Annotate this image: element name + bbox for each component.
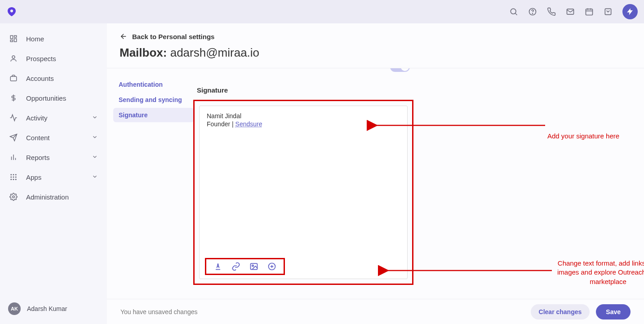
note-icon[interactable] [604,7,613,16]
nav-administration[interactable]: Administration [0,187,107,207]
activity-icon [9,113,18,122]
svg-point-27 [15,177,17,178]
clear-changes-button[interactable]: Clear changes [531,304,590,320]
mail-icon[interactable] [566,7,575,16]
signature-heading: Signature [197,86,228,94]
svg-point-22 [10,174,12,175]
image-button[interactable] [249,262,259,271]
svg-point-30 [15,179,17,180]
title-prefix: Mailbox: [120,46,167,59]
arrow-left-icon [120,32,128,40]
topbar [0,0,644,23]
svg-line-1 [515,13,517,15]
help-icon[interactable] [528,7,537,16]
content-column: Signature Namit Jindal Founder | Sendsur… [197,68,644,297]
back-link[interactable]: Back to Personal settings [120,32,631,40]
footer-bar: You have unsaved changes Clear changes S… [107,299,644,324]
editor-toolbar-highlight [205,258,285,275]
bars-icon [9,153,18,162]
dollar-icon [9,93,18,102]
chevron-down-icon [92,134,98,142]
main-body: Authentication Sending and syncing Signa… [107,68,644,324]
svg-rect-12 [14,39,17,42]
nav-reports[interactable]: Reports [0,147,107,167]
svg-point-24 [15,174,17,175]
person-icon [9,54,18,63]
svg-point-3 [533,13,533,14]
add-button[interactable] [267,262,277,271]
send-icon [9,133,18,142]
svg-point-23 [13,174,14,175]
nav-home[interactable]: Home [0,29,107,49]
subnav-authentication[interactable]: Authentication [113,77,194,92]
nav-activity[interactable]: Activity [0,108,107,128]
briefcase-icon [9,74,18,83]
nav-label: Apps [26,173,41,181]
link-button[interactable] [231,262,241,271]
user-name: Adarsh Kumar [27,305,67,312]
svg-point-34 [252,265,253,266]
svg-point-29 [13,179,14,180]
settings-subnav: Authentication Sending and syncing Signa… [113,77,194,123]
sidebar: Home Prospects Accounts Opportunities Ac… [0,23,107,324]
mailbox-email: adarsh@miraa.io [170,46,259,59]
signature-line-1: Namit Jindal [207,112,400,120]
svg-rect-11 [14,36,17,37]
sig-company-link[interactable]: Sendsure [235,120,262,128]
chevron-down-icon [92,173,98,181]
nav-label: Activity [26,114,48,122]
app-logo[interactable] [6,6,17,17]
svg-rect-13 [10,40,13,42]
svg-point-26 [13,177,14,178]
chevron-down-icon [92,154,98,161]
nav-opportunities[interactable]: Opportunities [0,88,107,108]
unsaved-message: You have unsaved changes [120,308,198,315]
signature-line-2: Founder | Sendsure [207,120,400,128]
grid-icon [9,173,18,182]
nav-label: Prospects [26,55,56,62]
phone-icon[interactable] [547,7,556,16]
nav-label: Content [26,134,50,142]
svg-point-31 [13,196,15,198]
svg-point-28 [10,179,12,180]
nav-apps[interactable]: Apps [0,167,107,187]
chevron-down-icon [92,114,98,122]
nav-label: Opportunities [26,94,66,102]
back-label: Back to Personal settings [132,33,214,40]
user-menu-avatar[interactable] [622,4,638,19]
nav-content[interactable]: Content [0,128,107,147]
subnav-signature[interactable]: Signature [113,108,194,122]
page-title: Mailbox: adarsh@miraa.io [120,46,631,60]
sig-role: Founder | [207,120,235,128]
gear-icon [9,192,18,201]
text-format-button[interactable] [213,262,223,271]
subnav-sending-syncing[interactable]: Sending and syncing [113,93,194,107]
annotation-text-2: Change text format, add links and images… [556,259,644,286]
nav-label: Home [26,35,44,43]
main-header: Back to Personal settings Mailbox: adars… [107,23,644,68]
svg-rect-5 [586,9,593,15]
nav-label: Reports [26,154,50,161]
save-button[interactable]: Save [596,304,631,320]
search-icon[interactable] [509,7,518,16]
svg-point-25 [10,177,12,178]
nav-label: Administration [26,193,69,201]
dashboard-icon [9,34,18,43]
user-avatar: AK [8,302,21,315]
nav-label: Accounts [26,75,54,82]
svg-point-0 [511,9,516,14]
signature-highlight-box: Namit Jindal Founder | Sendsure [193,100,413,285]
svg-rect-10 [10,36,13,39]
sync-toggle[interactable] [390,68,410,72]
svg-rect-15 [10,76,17,81]
nav-prospects[interactable]: Prospects [0,49,107,68]
nav-accounts[interactable]: Accounts [0,68,107,88]
signature-editor[interactable]: Namit Jindal Founder | Sendsure [199,106,408,279]
topbar-icons [509,4,638,19]
annotation-text-1: Add your signature here [547,132,644,140]
calendar-icon[interactable] [585,7,594,16]
main: Back to Personal settings Mailbox: adars… [107,23,644,324]
sidebar-user[interactable]: AK Adarsh Kumar [0,302,107,324]
svg-point-14 [12,56,15,58]
